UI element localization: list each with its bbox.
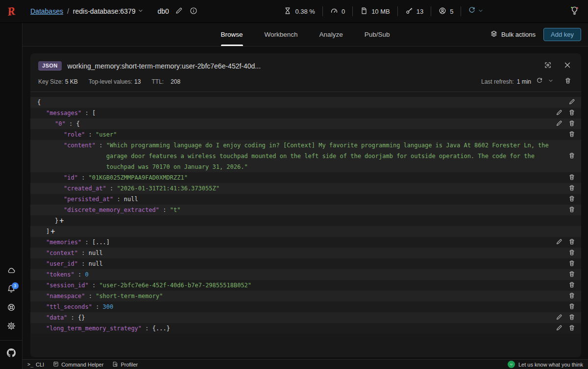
json-value[interactable]: "user": [96, 129, 117, 140]
json-key[interactable]: "long_term_memory_strategy": [46, 323, 142, 334]
cli-toggle[interactable]: >_ CLI: [27, 362, 44, 368]
json-value[interactable]: null: [89, 258, 103, 269]
close-panel-button[interactable]: [563, 60, 572, 71]
json-value[interactable]: {...}: [152, 323, 170, 334]
edit-row-button[interactable]: [555, 108, 564, 118]
stats-refresh-control[interactable]: [461, 6, 490, 16]
edit-row-button[interactable]: [555, 323, 564, 334]
delete-row-button[interactable]: [567, 194, 576, 205]
stat-value: 10 MB: [371, 8, 390, 15]
json-key[interactable]: "context": [46, 248, 78, 258]
json-key[interactable]: "discrete_memory_extracted": [64, 205, 159, 215]
delete-row-button[interactable]: [567, 130, 576, 140]
json-key[interactable]: "persisted_at": [64, 194, 113, 205]
json-key[interactable]: "id": [64, 172, 78, 183]
json-value[interactable]: [...]: [92, 237, 110, 248]
json-value[interactable]: "user-2bfc7e6e-452f-40d6-b7e7-29855518B0…: [99, 280, 251, 291]
json-key[interactable]: "session_id": [46, 280, 89, 291]
add-key-button[interactable]: Add key: [543, 28, 581, 41]
trash-icon: [568, 174, 575, 182]
delete-row-button[interactable]: [567, 280, 576, 291]
json-key[interactable]: "role": [64, 129, 85, 140]
notifications-count-badge: 3: [12, 282, 19, 289]
json-value[interactable]: 0: [85, 269, 88, 280]
top-header: R Databases / redis-database:6379 db0 0.…: [0, 0, 588, 23]
insights-tips-button[interactable]: [569, 5, 580, 18]
top-level-values: Top-level values:13: [89, 78, 141, 85]
json-key[interactable]: "user_id": [46, 258, 78, 269]
json-key[interactable]: "tokens": [46, 269, 74, 280]
delete-key-button[interactable]: [564, 76, 572, 87]
profiler-magnifier-icon: [112, 361, 118, 368]
delete-row-button[interactable]: [567, 173, 576, 183]
edit-row-button[interactable]: [555, 237, 564, 248]
refresh-key-button[interactable]: [535, 76, 544, 87]
sidebar-item-cloud[interactable]: [0, 262, 23, 280]
delete-row-button[interactable]: [567, 270, 576, 280]
edit-row-button[interactable]: [567, 97, 576, 108]
tab-analyze[interactable]: Analyze: [319, 23, 343, 46]
json-value[interactable]: 300: [103, 301, 114, 312]
tab-browse[interactable]: Browse: [221, 23, 243, 46]
sidebar-item-settings[interactable]: [0, 318, 23, 336]
delete-row-button[interactable]: [567, 323, 576, 334]
tab-workbench[interactable]: Workbench: [265, 23, 298, 46]
fullscreen-button[interactable]: [543, 60, 553, 71]
add-item-button[interactable]: +: [50, 226, 55, 237]
trash-icon: [568, 206, 575, 214]
delete-row-button[interactable]: [567, 205, 576, 215]
chevron-down-icon: [138, 7, 144, 15]
delete-row-button[interactable]: [567, 119, 576, 129]
sidebar-item-notifications[interactable]: 3: [0, 280, 23, 299]
delete-row-button[interactable]: [567, 151, 576, 161]
edit-row-button[interactable]: [555, 119, 564, 129]
json-colon: :: [159, 205, 170, 215]
json-key[interactable]: "messages": [46, 108, 81, 118]
delete-row-button[interactable]: [567, 259, 576, 269]
json-key[interactable]: "namespace": [46, 291, 85, 301]
json-value[interactable]: "Which programming language do I enjoy c…: [106, 140, 550, 172]
sidebar-item-github[interactable]: [0, 345, 23, 363]
json-key[interactable]: "ttl_seconds": [46, 301, 92, 312]
json-key[interactable]: "data": [46, 312, 67, 323]
json-value[interactable]: null: [124, 194, 138, 205]
command-helper-toggle[interactable]: Command Helper: [53, 361, 103, 368]
delete-row-button[interactable]: [567, 302, 576, 312]
memory-icon: [360, 7, 368, 16]
add-item-button[interactable]: +: [59, 215, 64, 226]
delete-row-button[interactable]: [567, 313, 576, 323]
refresh-options-button[interactable]: [547, 77, 555, 86]
breadcrumb-database-selector[interactable]: redis-database:6379: [73, 7, 144, 15]
delete-row-button[interactable]: [567, 237, 576, 248]
json-value[interactable]: "short-term-memory": [96, 291, 163, 301]
json-value[interactable]: "2026-01-31T21:41:36.373055Z": [117, 183, 220, 194]
json-key[interactable]: "created_at": [64, 183, 106, 194]
json-key[interactable]: "0": [55, 118, 66, 129]
key-name[interactable]: working_memory:short-term-memory:user-2b…: [68, 62, 261, 70]
sidebar-item-help[interactable]: [0, 299, 23, 318]
tab-pub-sub[interactable]: Pub/Sub: [365, 23, 390, 46]
pencil-icon: [556, 238, 563, 247]
delete-row-button[interactable]: [567, 184, 576, 194]
json-value[interactable]: "01KGB025ZMMPAA9FAD0XMDRZZ1": [89, 172, 188, 183]
edit-db-alias-button[interactable]: [174, 6, 184, 17]
json-value[interactable]: {}: [78, 312, 85, 323]
profiler-toggle[interactable]: Profiler: [112, 361, 138, 368]
feedback-link[interactable]: Let us know what you think: [508, 361, 583, 368]
edit-row-button[interactable]: [555, 313, 564, 323]
delete-row-button[interactable]: [567, 291, 576, 301]
json-key[interactable]: "memories": [46, 237, 81, 248]
trash-icon: [568, 292, 575, 300]
json-key[interactable]: "content": [64, 140, 96, 151]
delete-row-button[interactable]: [567, 248, 576, 258]
help-center-icon: [7, 303, 16, 314]
breadcrumb-databases-link[interactable]: Databases: [30, 7, 63, 15]
bulk-actions-button[interactable]: Bulk actions: [490, 30, 536, 39]
delete-row-button[interactable]: [567, 108, 576, 118]
json-value[interactable]: "t": [170, 205, 181, 215]
json-value[interactable]: null: [89, 248, 103, 258]
ttl-field[interactable]: TTL:208: [151, 78, 180, 85]
db-info-button[interactable]: [189, 6, 198, 17]
redis-logo[interactable]: R: [0, 5, 23, 18]
key-type-badge: JSON: [38, 61, 62, 70]
